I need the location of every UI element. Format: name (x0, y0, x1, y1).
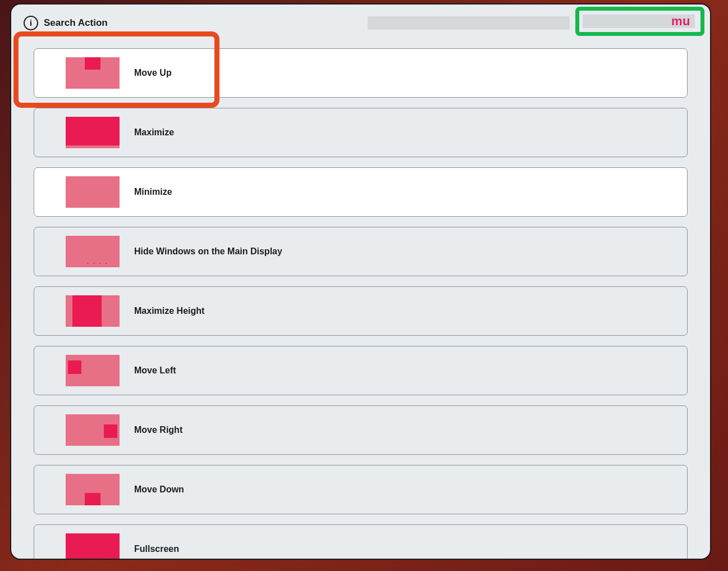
action-item-move-up[interactable]: Move Up (34, 48, 688, 98)
action-item-move-right[interactable]: Move Right (34, 405, 688, 455)
action-item-fullscreen[interactable]: Fullscreen (34, 524, 688, 559)
action-list: Move Up Maximize Minimize . . . . Hide W… (22, 38, 699, 559)
search-input[interactable]: mu (583, 15, 695, 28)
action-item-maximize-height[interactable]: Maximize Height (34, 286, 688, 336)
action-search-panel: i Search Action mu Move Up Maximize (10, 3, 711, 560)
search-bar-background (368, 16, 570, 30)
action-label: Maximize Height (134, 306, 204, 316)
thumb-move-left-icon (66, 355, 120, 386)
action-item-move-down[interactable]: Move Down (34, 465, 688, 514)
info-icon: i (24, 16, 38, 30)
action-label: Fullscreen (134, 544, 179, 554)
search-input-value: mu (671, 14, 690, 29)
thumb-move-down-icon (66, 474, 120, 505)
action-item-maximize[interactable]: Maximize (34, 108, 688, 157)
action-label: Move Right (134, 425, 182, 435)
thumb-max-height-icon (66, 295, 120, 327)
thumb-maximize-icon (66, 117, 120, 148)
action-label: Maximize (134, 127, 174, 138)
thumb-minimize-icon (66, 176, 120, 208)
search-input-highlight: mu (575, 7, 704, 36)
action-item-hide-windows[interactable]: . . . . Hide Windows on the Main Display (34, 227, 688, 276)
thumb-hide-icon: . . . . (66, 236, 120, 267)
thumb-move-right-icon (66, 414, 120, 446)
action-item-move-left[interactable]: Move Left (34, 346, 688, 395)
action-label: Hide Windows on the Main Display (134, 246, 282, 257)
thumb-move-up-icon (66, 57, 120, 89)
thumb-fullscreen-icon (66, 533, 120, 559)
action-label: Move Left (134, 366, 176, 376)
panel-header: i Search Action mu (11, 4, 710, 37)
panel-title: Search Action (44, 17, 108, 29)
action-item-minimize[interactable]: Minimize (34, 167, 688, 217)
action-label: Move Down (134, 485, 184, 495)
action-label: Move Up (134, 68, 172, 78)
action-label: Minimize (134, 187, 172, 197)
